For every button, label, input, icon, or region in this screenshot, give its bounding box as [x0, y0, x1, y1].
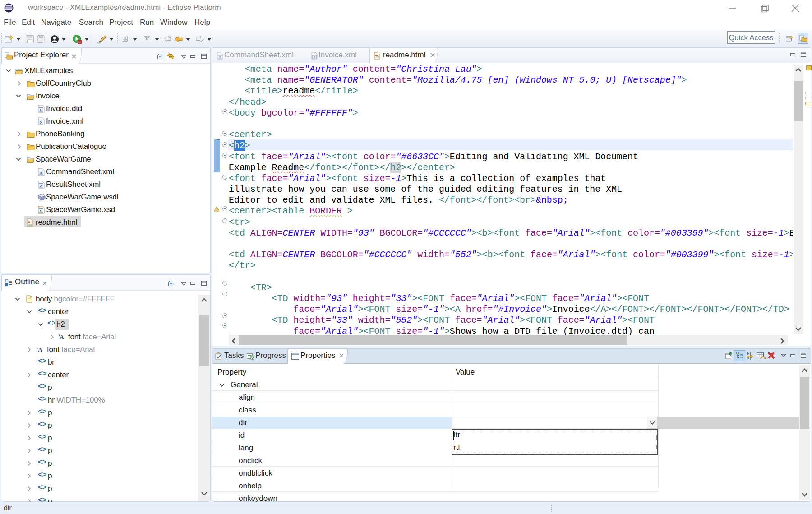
svg-text:X: X	[40, 120, 42, 125]
svg-text:X: X	[40, 184, 42, 188]
svg-text:X: X	[313, 55, 315, 59]
svg-text:D: D	[40, 108, 42, 112]
svg-text:X: X	[219, 55, 221, 59]
svg-text:X: X	[40, 171, 42, 175]
svg-text:S: S	[40, 209, 42, 213]
